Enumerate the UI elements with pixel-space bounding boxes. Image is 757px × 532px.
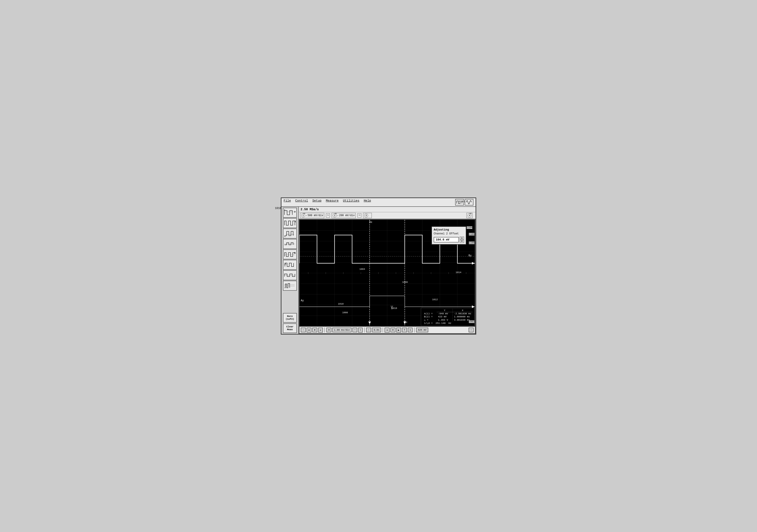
toolbar-trigger-button[interactable]: T: [402, 328, 407, 332]
svg-text:1006: 1006: [402, 281, 408, 284]
sidebar-waveform-7[interactable]: [283, 270, 297, 280]
toolbar-position-value: 0.0s: [372, 328, 381, 332]
svg-text:1004: 1004: [359, 268, 365, 270]
adjust-down-button[interactable]: ▼: [460, 240, 464, 243]
menu-setup[interactable]: Setup: [312, 199, 321, 205]
svg-marker-1: [294, 211, 296, 213]
svg-marker-2: [284, 209, 285, 210]
sidebar-waveform-8[interactable]: [283, 281, 297, 291]
toolbar-zero-button[interactable]: 0: [390, 328, 395, 332]
toolbar-up-button[interactable]: ↑: [301, 328, 306, 332]
toolbar-trigger-1-button[interactable]: 1: [408, 328, 413, 332]
toolbar-coupling-ac-button[interactable]: ~: [352, 328, 357, 332]
more-button[interactable]: More (1of2): [283, 313, 297, 323]
toolbar-separator-2: [364, 328, 365, 332]
meas-b-label: B(2) =: [423, 315, 437, 318]
sidebar: More (1of2) Clear Meas: [282, 207, 299, 334]
meas-delta-y: 1.363 V: [437, 318, 453, 322]
sidebar-waveform-3[interactable]: [283, 229, 297, 238]
right-panel: 2.50 MSa/s 1 On ✓ 500 mV/div ~ 2: [299, 207, 475, 334]
toolbar-settings-button[interactable]: ⚙: [307, 328, 312, 332]
menu-bar: File Control Setup Measure Utilities Hel…: [282, 198, 475, 207]
meas-a-y: -940 mV: [437, 312, 453, 315]
sidebar-waveform-1[interactable]: [283, 208, 297, 218]
menu-utilities[interactable]: Utilities: [343, 199, 359, 205]
channel-2-scale: 200 mV/div: [339, 214, 355, 217]
svg-text:1010: 1010: [338, 302, 344, 305]
svg-text:1008: 1008: [342, 311, 348, 314]
adjust-value-display: 104.6 mV: [434, 237, 459, 242]
channel-4-control[interactable]: 4 On: [467, 213, 472, 218]
channel-4-num: 4 On: [468, 213, 471, 217]
menu-file[interactable]: File: [284, 199, 291, 205]
channel-2-num: 2 On: [333, 213, 337, 217]
adjust-popup: Adjusting Channel 2 Offset 104.6 mV ▲ ▼: [432, 226, 466, 245]
channel-1-control[interactable]: 1 On ✓ 500 mV/div: [300, 213, 324, 218]
ref-1018: 1018: [275, 207, 281, 210]
toolbar-separator-3: [383, 328, 383, 332]
svg-text:Ay: Ay: [301, 299, 304, 302]
channel-3-num: 3: [364, 213, 368, 217]
toolbar-coupling-dc-button[interactable]: ⌇: [358, 328, 363, 332]
menu-control[interactable]: Control: [295, 199, 308, 205]
adjust-popup-value: 104.6 mV ▲ ▼: [434, 236, 464, 243]
ref-1002: 1002: [469, 320, 474, 323]
sidebar-waveform-2[interactable]: [283, 218, 297, 228]
channel-bar: 1 On ✓ 500 mV/div ~ 2 On ✓ 200 mV/div: [299, 212, 475, 219]
meas-a-label: A(1) =: [423, 312, 437, 315]
toolbar-record-button[interactable]: ●: [312, 328, 317, 332]
channel-3-control[interactable]: 3: [363, 213, 372, 218]
ch1-wave-icon[interactable]: ~: [326, 213, 330, 218]
clear-meas-button[interactable]: Clear Meas: [283, 324, 297, 333]
measurement-readout: Y X A(1) = -940 mV -2.981830 ms B(2) = 4…: [421, 308, 474, 326]
bottom-toolbar: ↑ ⚙ ● ⇌ H 1.00 ms/div ~ ⌇ ↑ 0: [299, 326, 475, 333]
adjust-popup-title: Adjusting: [434, 228, 464, 231]
waveform-sine-icon[interactable]: [465, 199, 473, 205]
sidebar-waveform-6[interactable]: [283, 260, 297, 270]
menu-measure[interactable]: Measure: [326, 199, 339, 205]
svg-text:1012: 1012: [432, 298, 438, 301]
meas-header-y: Y: [437, 309, 453, 312]
ch2-wave-icon[interactable]: ~: [357, 213, 361, 218]
toolbar-separator-4: [414, 328, 414, 332]
toolbar-offset-value: 625 mV: [416, 328, 428, 332]
sample-rate-value: 2.50 MSa/s: [301, 208, 319, 211]
sidebar-waveform-5[interactable]: [283, 249, 297, 259]
main-content: More (1of2) Clear Meas 2.50 MSa/s 1 On: [282, 207, 475, 334]
ref-1108: 1108: [469, 241, 474, 244]
svg-text:By: By: [469, 254, 471, 257]
meas-b-x: 1.000000 ms: [453, 315, 472, 318]
meas-delta-label: △ =: [423, 318, 437, 322]
ref-1106: 1106: [469, 233, 474, 235]
toolbar-replay-button[interactable]: ⇌: [318, 328, 323, 332]
ref-1104: 1104: [467, 226, 472, 229]
svg-text:Ax: Ax: [369, 221, 372, 224]
meas-table: Y X A(1) = -940 mV -2.981830 ms B(2) = 4…: [423, 309, 472, 325]
adjust-up-button[interactable]: ▲: [460, 236, 464, 239]
sample-rate-display: 2.50 MSa/s: [299, 207, 475, 212]
toolbar-timebase-h-button[interactable]: H: [326, 328, 331, 332]
adjust-arrows: ▲ ▼: [460, 236, 464, 243]
toolbar-zoom-out-button[interactable]: ⊲: [384, 328, 390, 332]
meas-inv-label: 1/△X = 251.140 Hz: [423, 322, 453, 325]
meas-a-x: -2.981830 ms: [453, 312, 472, 315]
scope-canvas: Ax Ay Bx By: [299, 220, 475, 326]
channel-2-control[interactable]: 2 On ✓ 200 mV/div: [332, 213, 356, 218]
meas-header-x: X: [453, 309, 472, 312]
channel-1-scale: 500 mV/div: [308, 214, 323, 217]
sidebar-waveform-4[interactable]: [283, 239, 297, 249]
oscilloscope-frame: 1018 File Control Setup Measure Utilitie…: [281, 198, 476, 334]
toolbar-position-up-button[interactable]: ↑: [366, 328, 371, 332]
ref-1102: 1102: [459, 200, 465, 203]
scope-screen: Ax Ay Bx By: [299, 219, 475, 334]
toolbar-timebase-value: 1.00 ms/div: [332, 328, 351, 332]
toolbar-right-button[interactable]: ↑: [469, 328, 473, 332]
adjust-popup-subtitle: Channel 2 Offset: [434, 232, 464, 235]
toolbar-zoom-in-button[interactable]: ▶: [396, 328, 401, 332]
svg-text:1014: 1014: [456, 271, 461, 274]
meas-b-y: 423 mV: [437, 315, 453, 318]
channel-1-num: 1 On: [301, 213, 305, 217]
toolbar-separator-1: [324, 328, 325, 332]
menu-help[interactable]: Help: [364, 199, 371, 205]
svg-marker-50: [368, 322, 371, 324]
